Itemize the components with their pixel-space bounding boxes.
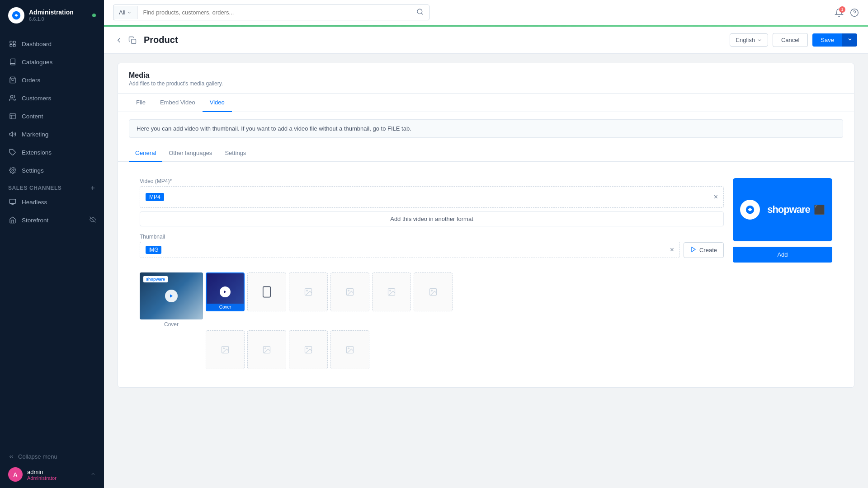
app-logo (8, 7, 24, 23)
video-thumb-cell[interactable]: Cover (206, 272, 245, 311)
sidebar-item-customers[interactable]: Customers (0, 89, 104, 107)
add-format-button[interactable]: Add this video in another format (140, 211, 724, 226)
back-button[interactable] (115, 36, 123, 44)
remove-thumbnail-button[interactable]: × (670, 246, 674, 253)
tab-embed-video[interactable]: Embed Video (153, 94, 203, 112)
notifications-button[interactable]: 1 (835, 8, 844, 17)
add-sales-channel-button[interactable] (90, 185, 96, 191)
media-section-subtitle: Add files to the product's media gallery… (129, 80, 843, 87)
cancel-button[interactable]: Cancel (773, 33, 808, 47)
video-preview: shopware ⬛ (733, 178, 832, 241)
media-card-inner: Video (MP4)* MP4 × Add this video in ano… (118, 162, 854, 387)
content-icon (8, 112, 17, 121)
svg-rect-13 (9, 199, 15, 203)
sidebar-item-catalogues[interactable]: Catalogues (0, 53, 104, 71)
search-filter-dropdown[interactable]: All (113, 6, 137, 19)
video-input-box[interactable]: MP4 × (140, 186, 724, 208)
extensions-icon (8, 148, 17, 157)
empty-cell-r2-2[interactable] (247, 330, 286, 369)
top-bar: All 1 (104, 0, 868, 25)
phone-media-cell[interactable] (247, 272, 286, 311)
tab-video[interactable]: Video (203, 94, 232, 112)
sidebar-item-headless[interactable]: Headless (0, 193, 104, 211)
storefront-visibility-icon (90, 216, 96, 224)
admin-menu-chevron[interactable] (90, 471, 96, 478)
sidebar-item-extensions[interactable]: Extensions (0, 143, 104, 161)
tab-file[interactable]: File (129, 94, 153, 112)
language-selector[interactable]: English (730, 33, 768, 47)
admin-info: A admin Administrator (8, 467, 96, 482)
nav-menu: Dashboard Catalogues Orders Customers Co… (0, 31, 104, 444)
remove-video-button[interactable]: × (714, 193, 718, 201)
svg-point-17 (417, 9, 422, 14)
svg-rect-21 (132, 39, 136, 43)
save-button[interactable]: Save (812, 33, 842, 47)
topbar-actions: 1 (835, 8, 859, 17)
collapse-menu-button[interactable]: Collapse menu (8, 450, 96, 463)
form-left: Video (MP4)* MP4 × Add this video in ano… (140, 178, 724, 263)
svg-line-18 (421, 13, 423, 14)
page-content: Product English Cancel Save Media (104, 27, 868, 488)
phone-cell-wrapper (247, 272, 286, 328)
media-section-title: Media (129, 71, 843, 80)
help-button[interactable] (850, 8, 859, 17)
sidebar: Administration 6.6.1.0 Dashboard Catalog… (0, 0, 104, 488)
search-submit-button[interactable] (411, 5, 429, 20)
empty-cell-r2-1[interactable] (206, 330, 245, 369)
play-button-overlay (165, 290, 178, 302)
sub-tab-other-languages[interactable]: Other languages (162, 145, 218, 162)
sub-tab-general[interactable]: General (129, 145, 162, 162)
sidebar-item-label: Orders (22, 77, 40, 84)
svg-point-19 (851, 9, 859, 16)
svg-rect-3 (10, 44, 12, 47)
sidebar-item-marketing[interactable]: Marketing (0, 125, 104, 143)
media-card-header: Media Add files to the product's media g… (118, 63, 854, 94)
admin-role: Administrator (27, 475, 57, 481)
media-tab-bar: File Embed Video Video (118, 94, 854, 112)
save-button-group: Save (812, 33, 857, 47)
search-input[interactable] (137, 6, 411, 19)
svg-rect-2 (13, 41, 15, 43)
svg-point-31 (348, 290, 349, 291)
create-thumbnail-button[interactable]: Create (684, 242, 724, 258)
sidebar-item-settings[interactable]: Settings (0, 161, 104, 179)
add-video-button[interactable]: Add (733, 247, 832, 263)
cover-media-cell[interactable]: shopware (140, 272, 203, 319)
empty-cell-4[interactable] (414, 272, 453, 311)
thumbnail-row: IMG × Create (140, 242, 724, 258)
sidebar-item-storefront[interactable]: Storefront (0, 211, 104, 229)
svg-rect-7 (10, 113, 15, 119)
thumbnail-form-group: Thumbnail IMG × (140, 234, 724, 258)
sub-tab-settings[interactable]: Settings (218, 145, 252, 162)
sidebar-item-label: Customers (22, 95, 51, 102)
sidebar-item-label: Content (22, 113, 43, 120)
settings-icon (8, 166, 17, 175)
page-header: Product English Cancel Save (104, 27, 868, 54)
empty-cell-2[interactable] (330, 272, 369, 311)
empty-cell-3[interactable] (372, 272, 411, 311)
sidebar-item-label: Storefront (22, 217, 48, 224)
thumbnail-label: Thumbnail (140, 234, 724, 240)
sidebar-item-dashboard[interactable]: Dashboard (0, 35, 104, 53)
form-section: Video (MP4)* MP4 × Add this video in ano… (129, 169, 843, 272)
sidebar-item-label: Extensions (22, 149, 52, 156)
play-circle (220, 286, 231, 297)
copy-button[interactable] (128, 36, 137, 44)
sidebar-item-label: Dashboard (22, 41, 52, 47)
cover-item-wrapper: shopware Cover (140, 272, 203, 328)
sidebar-item-content[interactable]: Content (0, 107, 104, 125)
content-area: Media Add files to the product's media g… (104, 54, 868, 406)
thumbnail-input-box[interactable]: IMG × (140, 242, 680, 258)
empty-cell-r2-3[interactable] (289, 330, 328, 369)
sidebar-item-orders[interactable]: Orders (0, 71, 104, 89)
page-title: Product (144, 35, 178, 45)
empty-cell-1[interactable] (289, 272, 328, 311)
svg-point-6 (10, 95, 13, 98)
svg-point-35 (431, 290, 433, 291)
video-form-group: Video (MP4)* MP4 × Add this video in ano… (140, 178, 724, 226)
dashboard-icon (8, 39, 17, 48)
empty-cell-r2-4[interactable] (330, 330, 369, 369)
shopware-logo-icon: ⬛ (814, 204, 825, 215)
save-dropdown-button[interactable] (842, 33, 857, 47)
svg-rect-1 (10, 41, 12, 43)
